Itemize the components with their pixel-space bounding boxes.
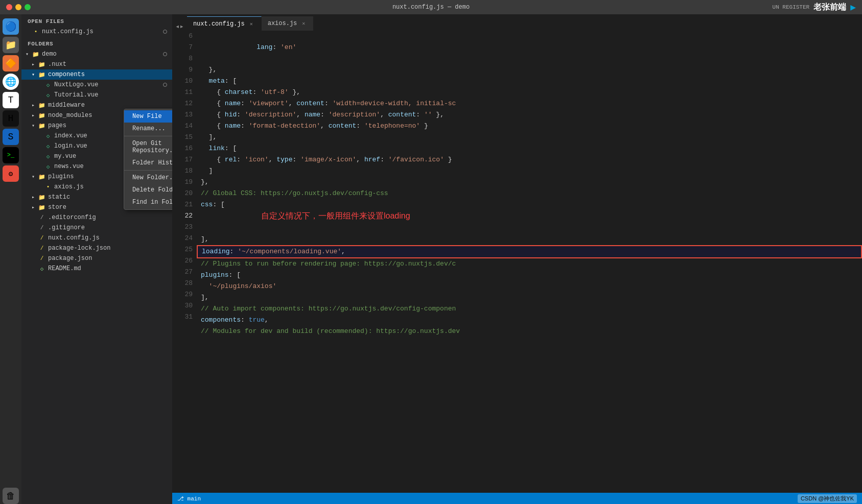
- code-prop-content1: content: [296, 100, 324, 107]
- code-punc-13: :: [416, 111, 424, 118]
- sidebar-item-nuxt[interactable]: ▸ 📁 .nuxt: [21, 59, 172, 69]
- annotation-text: 自定义情况下，一般用组件来设置loading: [261, 210, 410, 222]
- context-menu-new-folder[interactable]: New Folder...: [124, 172, 172, 184]
- nav-back-icon[interactable]: ◂: [175, 22, 179, 31]
- dock-icon-9[interactable]: ⚙: [3, 165, 19, 182]
- sidebar-item-demo[interactable]: ▾ 📁 demo: [21, 49, 172, 59]
- ln-7: 7: [176, 42, 193, 53]
- ln-19: 19: [176, 177, 193, 188]
- close-button[interactable]: [6, 4, 12, 10]
- dock-icon-3[interactable]: 🔶: [3, 55, 19, 71]
- ln-24: 24: [176, 233, 193, 244]
- ln-13: 13: [176, 109, 193, 121]
- folder-icon-pages: 📁: [38, 122, 46, 130]
- code-line-19: // Global CSS: https://go.nuxtjs.dev/con…: [197, 188, 862, 199]
- code-punc-24: :: [380, 156, 388, 163]
- sidebar-item-gitignore[interactable]: / .gitignore: [21, 223, 172, 233]
- code-line-17: },: [197, 177, 862, 188]
- ln-11: 11: [176, 87, 193, 98]
- tab-nuxt-config[interactable]: nuxt.config.js ✕: [187, 16, 262, 31]
- code-punc-9: :: [237, 111, 245, 118]
- status-right: CSDN @神也佐我YK: [798, 494, 857, 503]
- code-brace-4: {: [217, 122, 225, 130]
- dock-icon-2[interactable]: 📁: [3, 37, 19, 53]
- minimize-button[interactable]: [15, 4, 21, 10]
- code-bracket-2: ]: [209, 167, 213, 175]
- code-brace-3: {: [217, 111, 225, 118]
- code-line-11: { hid: 'description', name: 'description…: [197, 109, 862, 121]
- dock-chrome-icon[interactable]: 🌐: [3, 74, 19, 90]
- code-line-28: // Auto import components: https://go.nu…: [197, 303, 862, 315]
- context-menu-new-file[interactable]: New File: [124, 110, 172, 123]
- dock-trash-icon[interactable]: 🗑: [3, 488, 19, 504]
- folders-label: FOLDERS: [21, 37, 172, 49]
- sidebar-item-readme[interactable]: ◇ README.md: [21, 263, 172, 274]
- code-str-description2: 'description': [329, 111, 380, 118]
- sidebar-item-tutorial[interactable]: ◇ Tutorial.vue: [21, 90, 172, 100]
- code-punc-7: ,: [289, 100, 297, 107]
- code-bool-true: true: [249, 316, 265, 324]
- code-punc-22: :: [292, 156, 300, 163]
- dock-icon-5[interactable]: T: [3, 92, 19, 108]
- code-str-utf8: 'utf-8': [261, 88, 289, 96]
- ln-25: 25: [176, 244, 193, 255]
- folder-arrow-node-modules: ▸: [32, 112, 38, 118]
- maximize-button[interactable]: [25, 4, 31, 10]
- code-punc-14: },: [432, 111, 444, 118]
- nav-forward-icon[interactable]: ▸: [179, 22, 183, 31]
- context-menu-find-in-folder[interactable]: Find in Folder...: [124, 196, 172, 208]
- sidebar-item-nuxtlogo[interactable]: ◇ NuxtLogo.vue: [21, 80, 172, 90]
- folder-arrow-components: ▾: [32, 71, 38, 78]
- dock-finder-icon[interactable]: 🔵: [3, 18, 19, 35]
- ln-17: 17: [176, 154, 193, 165]
- file-sidebar: OPEN FILES • nuxt.config.js FOLDERS ▾ 📁 …: [21, 14, 172, 504]
- code-line-14: link: [: [197, 143, 862, 154]
- context-menu-find-in-folder-label: Find in Folder...: [132, 199, 172, 206]
- code-line-16: ]: [197, 165, 862, 177]
- ln-29: 29: [176, 289, 193, 300]
- context-menu-open-git-label: Open Git Repository...: [132, 140, 172, 154]
- ln-10: 10: [176, 76, 193, 87]
- sidebar-item-components[interactable]: ▾ 📁 components: [21, 69, 172, 80]
- ln-9: 9: [176, 64, 193, 76]
- folder-arrow-plugins: ▾: [32, 174, 38, 180]
- tab-axios-close[interactable]: ✕: [300, 20, 307, 27]
- sidebar-item-nuxt-config[interactable]: / nuxt.config.js: [21, 233, 172, 243]
- code-prop-name2: name: [305, 111, 320, 118]
- context-menu-open-git[interactable]: Open Git Repository...: [124, 137, 172, 157]
- editor-area: ◂ ▸ nuxt.config.js ✕ axios.js ✕ 6 7 8 9 …: [172, 14, 862, 504]
- dock-hyper-icon[interactable]: H: [3, 110, 19, 127]
- context-menu-folder-history[interactable]: Folder History... ◌: [124, 157, 172, 169]
- tab-axios[interactable]: axios.js ✕: [262, 16, 314, 31]
- code-line-29: components: true,: [197, 315, 862, 326]
- code-punc-28: :: [230, 248, 238, 255]
- sidebar-item-editorconfig[interactable]: / .editorconfig: [21, 212, 172, 223]
- code-punc-20: :: [237, 156, 245, 163]
- vue-icon-news: ◇: [44, 162, 52, 171]
- code-punc-29: ,: [341, 248, 345, 255]
- folder-label-node-modules: node_modules: [48, 112, 92, 119]
- code-prop-rel: rel: [225, 156, 237, 163]
- code-prop-name3: name: [225, 122, 241, 130]
- code-str-viewport: 'viewport': [249, 100, 289, 107]
- tab-nuxt-config-close[interactable]: ✕: [248, 20, 255, 28]
- dock-sourcetree-icon[interactable]: S: [3, 129, 19, 145]
- code-comment-plugins: // Plugins to run before rendering page:…: [201, 260, 456, 268]
- file-label-gitignore: .gitignore: [48, 224, 85, 231]
- sidebar-item-package[interactable]: / package.json: [21, 253, 172, 263]
- folder-label-plugins: plugins: [48, 173, 74, 180]
- code-str-format: 'format-detection': [249, 122, 320, 130]
- status-bar: ⎇ main CSDN @神也佐我YK: [172, 493, 862, 504]
- code-punc-27: : [: [213, 201, 224, 208]
- folder-icon-static: 📁: [38, 193, 46, 201]
- context-menu-delete-folder[interactable]: Delete Folder: [124, 184, 172, 196]
- file-label-index: index.vue: [54, 132, 87, 139]
- file-label-login: login.vue: [54, 142, 87, 150]
- open-file-nuxt-config[interactable]: • nuxt.config.js: [21, 27, 172, 37]
- folder-icon-store: 📁: [38, 203, 46, 211]
- window-title: nuxt.config.js — demo: [392, 4, 470, 11]
- dock-terminal-icon[interactable]: >_: [3, 147, 19, 163]
- code-str-image: 'image/x-icon': [300, 156, 356, 163]
- sidebar-item-package-lock[interactable]: / package-lock.json: [21, 243, 172, 253]
- context-menu-rename[interactable]: Rename...: [124, 123, 172, 135]
